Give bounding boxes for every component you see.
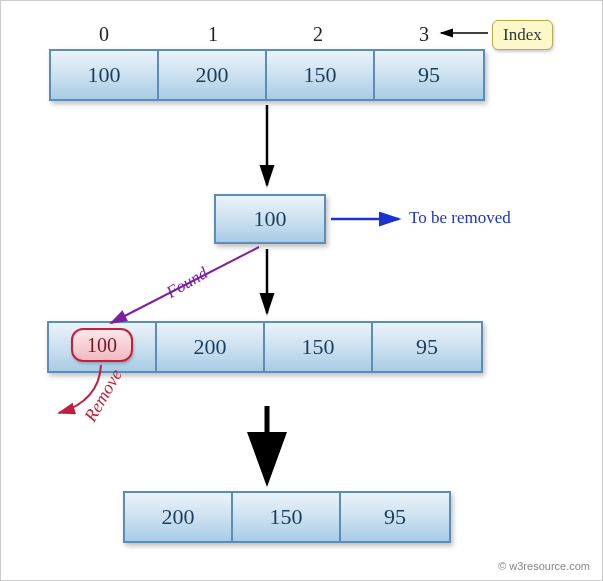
index-3: 3	[419, 23, 429, 46]
to-be-removed-label: To be removed	[409, 208, 511, 228]
array-cell: 95	[375, 51, 483, 99]
array-cell: 150	[233, 493, 341, 541]
array-cell: 200	[157, 323, 265, 371]
index-1: 1	[208, 23, 218, 46]
found-highlight: 100	[71, 328, 133, 362]
array-cell: 150	[265, 323, 373, 371]
index-2: 2	[313, 23, 323, 46]
diagram-canvas: 0 1 2 3 Index 100 200 150 95 100 To be r…	[0, 0, 603, 581]
array-result: 200 150 95	[123, 491, 451, 543]
array-initial: 100 200 150 95	[49, 49, 485, 101]
index-0: 0	[99, 23, 109, 46]
index-label-box: Index	[492, 20, 553, 50]
found-label: Found	[163, 263, 211, 303]
copyright: © w3resource.com	[498, 560, 590, 572]
array-cell: 150	[267, 51, 375, 99]
array-cell: 100	[51, 51, 159, 99]
array-cell: 95	[373, 323, 481, 371]
array-cell: 200	[125, 493, 233, 541]
array-cell: 95	[341, 493, 449, 541]
target-cell: 100	[214, 194, 326, 244]
remove-label: Remove	[80, 366, 127, 426]
array-cell: 200	[159, 51, 267, 99]
